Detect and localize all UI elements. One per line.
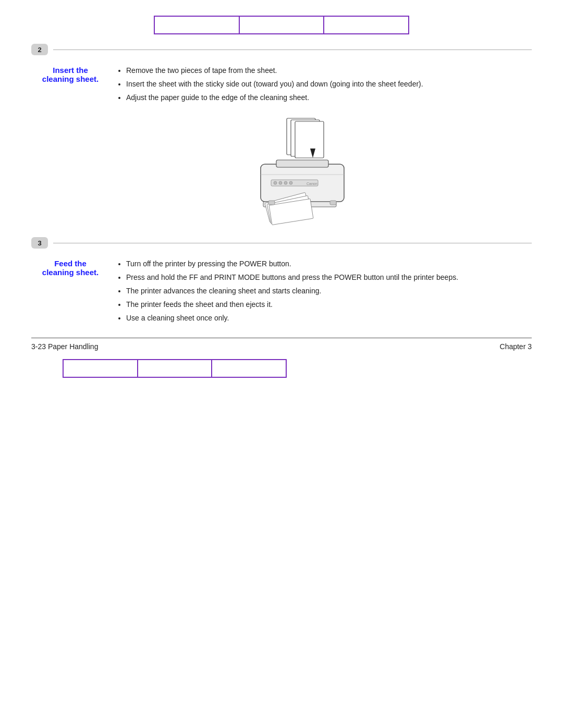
step3-section: Feed the cleaning sheet. Turn off the pr…: [31, 258, 532, 325]
svg-point-7: [274, 181, 277, 184]
step2-label-line1: Insert the: [53, 66, 88, 75]
svg-point-9: [284, 181, 287, 184]
nav-cell-bottom-2[interactable]: [138, 360, 213, 377]
svg-rect-17: [268, 201, 275, 205]
step2-bullet-2: Insert the sheet with the sticky side ou…: [126, 78, 532, 91]
printer-svg: Canon: [229, 117, 365, 227]
svg-point-10: [289, 181, 292, 184]
nav-bar-bottom[interactable]: [63, 359, 287, 378]
svg-point-8: [279, 181, 282, 184]
step3-badge: 3: [31, 237, 48, 249]
nav-cell-3[interactable]: [324, 17, 408, 33]
step2-content: Remove the two pieces of tape from the s…: [115, 65, 532, 105]
step2-label: Insert the cleaning sheet.: [31, 65, 115, 105]
step3-label-line2: cleaning sheet.: [42, 268, 99, 277]
nav-cell-1[interactable]: [155, 17, 240, 33]
nav-bar-top[interactable]: [154, 16, 409, 34]
footer-bar: 3-23 Paper Handling Chapter 3: [31, 338, 532, 351]
step3-bullets: Turn off the printer by pressing the POW…: [115, 258, 532, 324]
step3-label-line1: Feed the: [54, 259, 87, 268]
step3-line: [53, 243, 532, 243]
page-content: 2 Insert the cleaning sheet. Remove the …: [0, 0, 563, 399]
nav-cell-bottom-3[interactable]: [212, 360, 286, 377]
nav-cell-bottom-1[interactable]: [64, 360, 138, 377]
nav-cell-2[interactable]: [240, 17, 325, 33]
step3-divider: 3: [31, 237, 532, 249]
step2-section: Insert the cleaning sheet. Remove the tw…: [31, 65, 532, 105]
step3-bullet-1: Turn off the printer by pressing the POW…: [126, 258, 532, 270]
printer-illustration: Canon: [63, 117, 532, 227]
step2-label-line2: cleaning sheet.: [42, 75, 99, 83]
svg-rect-2: [295, 121, 324, 158]
footer-left: 3-23 Paper Handling: [31, 342, 98, 351]
step3-bullet-4: The printer feeds the sheet and then eje…: [126, 299, 532, 311]
step2-divider: 2: [31, 44, 532, 55]
step3-bullet-3: The printer advances the cleaning sheet …: [126, 285, 532, 298]
svg-rect-5: [276, 160, 328, 167]
step2-bullet-1: Remove the two pieces of tape from the s…: [126, 65, 532, 77]
svg-rect-18: [330, 201, 336, 205]
footer-right: Chapter 3: [500, 342, 532, 351]
step2-bullets: Remove the two pieces of tape from the s…: [115, 65, 532, 104]
step3-content: Turn off the printer by pressing the POW…: [115, 258, 532, 325]
step2-badge: 2: [31, 44, 48, 55]
step3-label: Feed the cleaning sheet.: [31, 258, 115, 325]
step3-bullet-5: Use a cleaning sheet once only.: [126, 312, 532, 325]
step2-line: [53, 50, 532, 50]
svg-text:Canon: Canon: [307, 182, 317, 186]
step3-bullet-2: Press and hold the FF and PRINT MODE but…: [126, 272, 532, 284]
step2-bullet-3: Adjust the paper guide to the edge of th…: [126, 92, 532, 104]
